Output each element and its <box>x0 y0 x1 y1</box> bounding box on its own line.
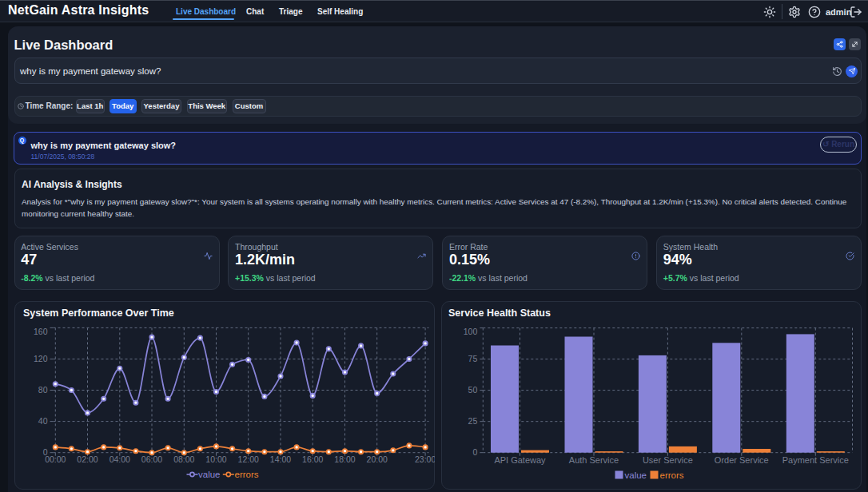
svg-text:160: 160 <box>33 326 47 335</box>
svg-text:18:00: 18:00 <box>334 454 355 464</box>
svg-text:75: 75 <box>468 354 477 363</box>
svg-text:16:00: 16:00 <box>302 454 323 464</box>
svg-text:User Service: User Service <box>642 454 692 464</box>
svg-text:value: value <box>198 469 221 478</box>
svg-text:14:00: 14:00 <box>269 454 290 464</box>
svg-text:23:00: 23:00 <box>414 454 435 464</box>
svg-text:04:00: 04:00 <box>109 454 129 464</box>
svg-text:12:00: 12:00 <box>237 454 258 464</box>
svg-text:80: 80 <box>38 385 47 395</box>
svg-text:Auth Service: Auth Service <box>568 454 618 464</box>
svg-text:errors: errors <box>659 470 683 479</box>
svg-text:0: 0 <box>472 447 477 457</box>
svg-text:40: 40 <box>38 416 47 426</box>
svg-text:06:00: 06:00 <box>141 454 161 464</box>
svg-text:20:00: 20:00 <box>366 454 387 464</box>
svg-text:10:00: 10:00 <box>205 454 226 464</box>
svg-text:120: 120 <box>33 354 47 363</box>
svg-text:errors: errors <box>234 469 258 478</box>
svg-text:API Gateway: API Gateway <box>494 454 546 464</box>
svg-text:value: value <box>624 470 647 479</box>
svg-text:Order Service: Order Service <box>714 454 768 464</box>
svg-text:08:00: 08:00 <box>173 454 194 464</box>
svg-text:Payment Service: Payment Service <box>782 454 848 464</box>
svg-text:50: 50 <box>468 385 477 395</box>
svg-text:100: 100 <box>463 327 477 336</box>
svg-text:02:00: 02:00 <box>77 454 98 464</box>
svg-text:25: 25 <box>468 416 477 426</box>
svg-text:00:00: 00:00 <box>45 454 66 464</box>
